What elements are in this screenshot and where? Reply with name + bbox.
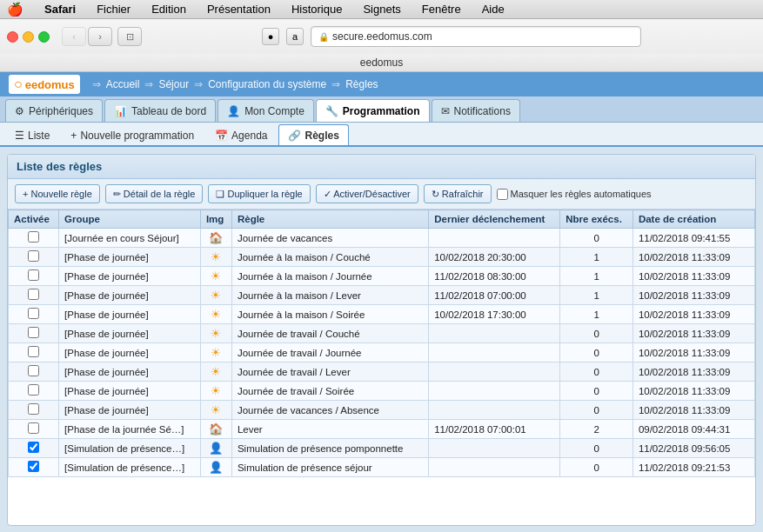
- app-wrapper: ○ eedomus ⇒ Accueil ⇒ Séjour ⇒ Configura…: [0, 72, 763, 532]
- apple-menu[interactable]: 🍎: [7, 2, 23, 17]
- cell-groupe: [Simulation de présence…]: [59, 439, 201, 458]
- breadcrumb-config[interactable]: Configuration du système: [208, 78, 326, 90]
- cell-dernier: [429, 382, 560, 401]
- row-checkbox[interactable]: [28, 231, 39, 243]
- tab-programmation-label: Programmation: [343, 105, 420, 117]
- row-checkbox[interactable]: [28, 308, 39, 319]
- cell-date: 10/02/2018 11:33:09: [632, 362, 754, 382]
- table-row[interactable]: [Phase de journée]☀Journée de travail / …: [9, 382, 755, 401]
- table-row[interactable]: [Simulation de présence…]👤Simulation de …: [9, 439, 755, 458]
- reader-button[interactable]: ⊡: [117, 27, 142, 46]
- presentation-menu[interactable]: Présentation: [204, 3, 274, 16]
- ext-icon-2[interactable]: a: [286, 28, 304, 45]
- tab-peripheriques[interactable]: ⚙ Périphériques: [5, 99, 103, 122]
- fichier-menu[interactable]: Fichier: [93, 3, 134, 16]
- row-checkbox[interactable]: [28, 384, 39, 396]
- table-row[interactable]: [Journée en cours Séjour]🏠Journée de vac…: [9, 229, 755, 248]
- row-checkbox[interactable]: [28, 327, 39, 338]
- cell-regle: Journée de vacances / Absence: [231, 401, 428, 420]
- table-row[interactable]: [Phase de journée]☀Journée de travail / …: [9, 343, 755, 362]
- cell-nbre: 0: [560, 362, 633, 382]
- table-row[interactable]: [Phase de journée]☀Journée de travail / …: [9, 362, 755, 382]
- nouvelle-icon: +: [70, 130, 77, 142]
- masquer-label-text: Masquer les règles automatiques: [511, 189, 652, 199]
- row-checkbox[interactable]: [28, 346, 39, 357]
- subtab-agenda-label: Agenda: [231, 130, 267, 142]
- table-row[interactable]: [Phase de journée]☀Journée à la maison /…: [9, 286, 755, 305]
- cell-regle: Simulation de présence pomponnette: [231, 439, 428, 458]
- cell-date: 10/02/2018 11:33:09: [632, 248, 754, 267]
- table-row[interactable]: [Phase de journée]☀Journée de travail / …: [9, 324, 755, 343]
- content-title: Liste des règles: [17, 160, 102, 173]
- breadcrumb-accueil[interactable]: Accueil: [106, 78, 140, 90]
- aide-menu[interactable]: Aide: [479, 3, 508, 16]
- table-row[interactable]: [Phase de journée]☀Journée de vacances /…: [9, 401, 755, 420]
- cell-nbre: 0: [560, 324, 633, 343]
- close-button[interactable]: [7, 31, 18, 43]
- person-icon: 👤: [209, 461, 223, 474]
- row-checkbox[interactable]: [28, 461, 39, 472]
- masquer-checkbox-label[interactable]: Masquer les règles automatiques: [497, 189, 652, 200]
- address-bar[interactable]: 🔒 secure.eedomus.com: [311, 26, 641, 47]
- row-checkbox[interactable]: [28, 442, 39, 453]
- row-checkbox[interactable]: [28, 422, 39, 434]
- row-checkbox[interactable]: [28, 289, 39, 300]
- nouvelle-regle-button[interactable]: + Nouvelle règle: [15, 184, 100, 203]
- cell-nbre: 1: [560, 248, 633, 267]
- subtab-liste-label: Liste: [28, 130, 50, 142]
- minimize-button[interactable]: [23, 31, 34, 43]
- cell-groupe: [Phase de journée]: [59, 305, 201, 324]
- cell-dernier: 11/02/2018 07:00:01: [429, 420, 560, 439]
- masquer-checkbox[interactable]: [497, 189, 508, 200]
- breadcrumb-regles[interactable]: Règles: [345, 78, 378, 90]
- row-checkbox[interactable]: [28, 269, 39, 281]
- back-button[interactable]: ‹: [62, 27, 86, 46]
- subtab-regles[interactable]: 🔗 Règles: [278, 124, 348, 145]
- forward-button[interactable]: ›: [88, 27, 112, 46]
- table-row[interactable]: [Simulation de présence…]👤Simulation de …: [9, 458, 755, 477]
- historique-menu[interactable]: Historique: [288, 3, 346, 16]
- cell-img: ☀: [200, 343, 231, 362]
- table-row[interactable]: [Phase de journée]☀Journée à la maison /…: [9, 267, 755, 286]
- detail-regle-button[interactable]: ✏ Détail de la règle: [105, 184, 204, 203]
- person-icon: 👤: [209, 442, 223, 455]
- subtab-agenda[interactable]: 📅 Agenda: [205, 124, 277, 145]
- cell-date: 11/02/2018 09:41:55: [632, 229, 754, 248]
- ext-icon-1[interactable]: ●: [262, 28, 279, 45]
- safari-menu[interactable]: Safari: [41, 3, 79, 16]
- table-row[interactable]: [Phase de journée]☀Journée à la maison /…: [9, 305, 755, 324]
- dupliquer-button[interactable]: ❑ Dupliquer la règle: [208, 184, 310, 203]
- row-checkbox[interactable]: [28, 365, 39, 376]
- cell-date: 09/02/2018 09:44:31: [632, 420, 754, 439]
- row-checkbox[interactable]: [28, 250, 39, 262]
- breadcrumb-sejour[interactable]: Séjour: [158, 78, 189, 90]
- subtab-liste[interactable]: ☰ Liste: [5, 124, 59, 145]
- tab-bar: ⚙ Périphériques 📊 Tableau de bord 👤 Mon …: [0, 96, 763, 123]
- cell-dernier: 10/02/2018 20:30:00: [429, 248, 560, 267]
- signets-menu[interactable]: Signets: [359, 3, 404, 16]
- nav-buttons: ‹ ›: [62, 27, 112, 46]
- tab-notifications[interactable]: ✉ Notifications: [432, 99, 520, 122]
- edition-menu[interactable]: Edition: [148, 3, 190, 16]
- house-icon: 🏠: [209, 422, 223, 436]
- rafraichir-button[interactable]: ↻ Rafraîchir: [424, 184, 492, 203]
- table-row[interactable]: [Phase de la journée Sé…]🏠Lever11/02/201…: [9, 420, 755, 439]
- cell-img: 🏠: [200, 420, 231, 439]
- cell-nbre: 0: [560, 229, 633, 248]
- tab-tableau[interactable]: 📊 Tableau de bord: [104, 99, 216, 122]
- toolbar-row: + Nouvelle règle ✏ Détail de la règle ❑ …: [8, 179, 755, 209]
- table-row[interactable]: [Phase de journée]☀Journée à la maison /…: [9, 248, 755, 267]
- cell-img: 👤: [200, 458, 231, 477]
- programmation-icon: 🔧: [325, 105, 338, 117]
- row-checkbox[interactable]: [28, 403, 39, 415]
- maximize-button[interactable]: [38, 31, 50, 43]
- fenetre-menu[interactable]: Fenêtre: [418, 3, 465, 16]
- content-header: Liste des règles: [8, 155, 755, 179]
- cell-dernier: 10/02/2018 17:30:00: [429, 305, 560, 324]
- activer-button[interactable]: ✓ Activer/Désactiver: [316, 184, 418, 203]
- cell-activee: [9, 362, 59, 382]
- subtab-nouvelle[interactable]: + Nouvelle programmation: [61, 124, 204, 145]
- th-activee: Activée: [9, 210, 59, 229]
- tab-moncompte[interactable]: 👤 Mon Compte: [218, 99, 314, 122]
- tab-programmation[interactable]: 🔧 Programmation: [316, 99, 430, 122]
